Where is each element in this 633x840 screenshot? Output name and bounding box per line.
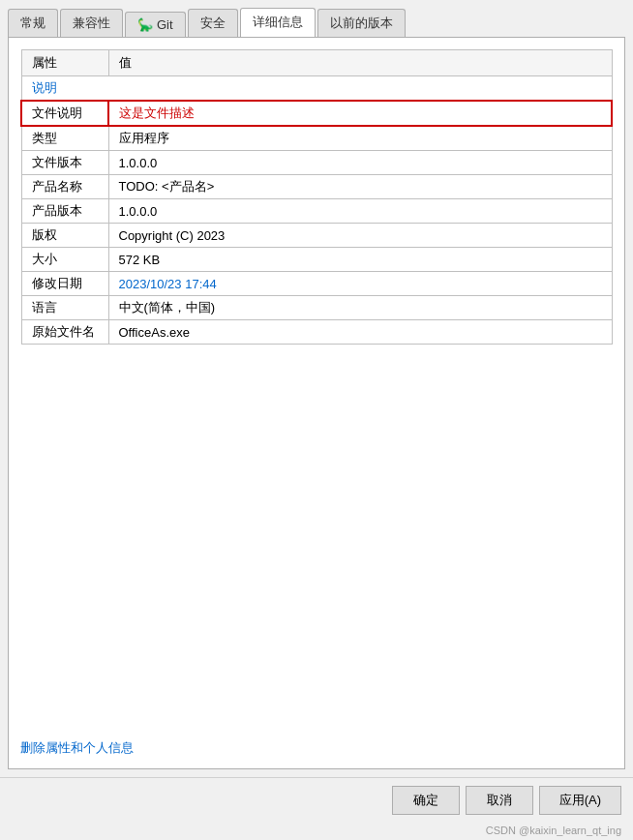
section-label: 说明 [32,80,57,95]
prop-value-language: 中文(简体，中国) [108,296,612,320]
ok-button[interactable]: 确定 [392,786,460,815]
apply-button[interactable]: 应用(A) [539,786,621,815]
prop-label-modified-date: 修改日期 [21,272,108,296]
prop-value-size: 572 KB [108,248,612,272]
watermark: CSDN @kaixin_learn_qt_ing [0,823,633,840]
col-value-header: 值 [108,50,612,76]
col-property-header: 属性 [21,50,108,76]
prop-label-file-version: 文件版本 [21,151,108,175]
tab-git-label: Git [157,17,173,32]
delete-properties-link[interactable]: 删除属性和个人信息 [20,740,134,755]
prop-value-type: 应用程序 [108,126,612,151]
table-row: 类型 应用程序 [21,126,612,151]
tab-compatibility[interactable]: 兼容性 [60,9,123,37]
tab-security[interactable]: 安全 [188,9,238,37]
table-row: 版权 Copyright (C) 2023 [21,224,612,248]
prop-label-type: 类型 [21,126,108,151]
prop-value-copyright: Copyright (C) 2023 [108,224,612,248]
table-row: 产品版本 1.0.0.0 [21,199,612,224]
prop-label-file-description: 文件说明 [21,101,108,126]
prop-value-original-filename: OfficeAs.exe [108,320,612,345]
prop-value-product-name: TODO: <产品名> [108,175,612,199]
git-icon: 🦕 [137,17,153,32]
tab-general[interactable]: 常规 [8,9,58,37]
button-bar: 确定 取消 应用(A) [0,777,633,823]
table-row: 大小 572 KB [21,248,612,272]
tab-git[interactable]: 🦕 Git [125,12,186,37]
main-content: 属性 值 说明 文件说明 这是文件描述 类型 应用程序 文件版本 1.0 [8,37,625,769]
prop-value-product-version: 1.0.0.0 [108,199,612,224]
prop-label-language: 语言 [21,296,108,320]
tab-details[interactable]: 详细信息 [240,8,316,37]
prop-label-original-filename: 原始文件名 [21,320,108,345]
bottom-link-container: 删除属性和个人信息 [20,728,613,757]
properties-table: 属性 值 说明 文件说明 这是文件描述 类型 应用程序 文件版本 1.0 [20,49,613,345]
table-row: 文件版本 1.0.0.0 [21,151,612,175]
prop-label-product-version: 产品版本 [21,199,108,224]
cancel-button[interactable]: 取消 [466,786,533,815]
prop-value-modified-date: 2023/10/23 17:44 [108,272,612,296]
prop-value-file-description: 这是文件描述 [108,101,612,126]
table-row: 产品名称 TODO: <产品名> [21,175,612,199]
prop-label-copyright: 版权 [21,224,108,248]
prop-label-size: 大小 [21,248,108,272]
table-row: 原始文件名 OfficeAs.exe [21,320,612,345]
prop-value-file-version: 1.0.0.0 [108,151,612,175]
table-row: 语言 中文(简体，中国) [21,296,612,320]
table-row: 文件说明 这是文件描述 [21,101,612,126]
prop-label-product-name: 产品名称 [21,175,108,199]
tab-previous[interactable]: 以前的版本 [317,9,406,37]
tab-bar: 常规 兼容性 🦕 Git 安全 详细信息 以前的版本 [0,0,633,37]
table-row: 修改日期 2023/10/23 17:44 [21,272,612,296]
